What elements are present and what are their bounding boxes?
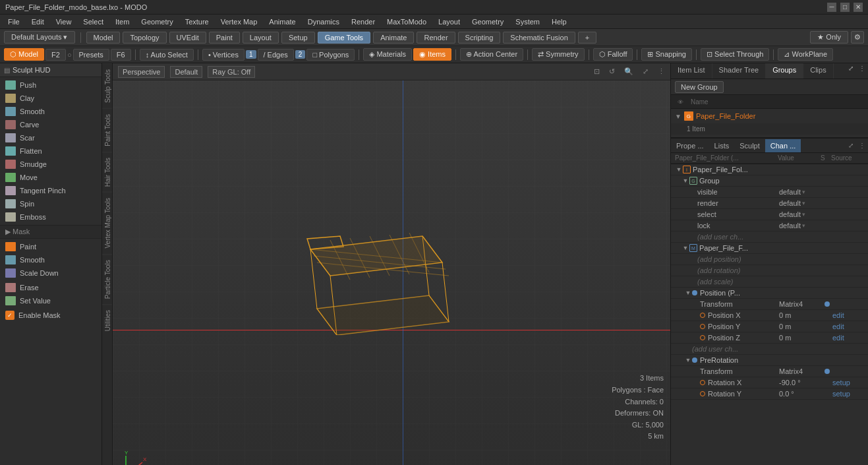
chan-tab-prope[interactable]: Prope ... [671, 139, 709, 152]
chan-item-mesh[interactable]: ▼ M Paper_File_F... [671, 243, 868, 254]
autoselect-btn[interactable]: ↕ Auto Select [140, 49, 194, 61]
star-only-btn[interactable]: ★ Only [810, 31, 848, 44]
menu-item[interactable]: Item [110, 16, 134, 27]
chan-item-prerot[interactable]: ▼ PreRotation [671, 355, 868, 366]
side-tab-vertex[interactable]: Vertex Map Tools [102, 192, 112, 254]
viewport-fit-btn[interactable]: ⊡ [594, 67, 600, 76]
mesh-expand[interactable]: ▼ [681, 245, 689, 251]
tool-move[interactable]: Move [0, 171, 101, 184]
menu-system[interactable]: System [510, 16, 545, 27]
mode-schematic[interactable]: Schematic Fusion [503, 32, 575, 44]
vertices-btn[interactable]: • Vertices [202, 49, 245, 61]
viewport-more-btn[interactable]: ⋮ [658, 67, 665, 76]
select-through-btn[interactable]: ⊡ Select Through [701, 48, 769, 61]
tool-emboss[interactable]: Emboss [0, 210, 101, 224]
chan-item-lock[interactable]: lock default ▾ [671, 220, 868, 232]
menu-vertex-map[interactable]: Vertex Map [216, 16, 263, 27]
side-tab-particle[interactable]: Particle Tools [102, 254, 112, 304]
menu-view[interactable]: View [51, 16, 77, 27]
viewport-shading[interactable]: Default [170, 66, 202, 78]
close-button[interactable]: ✕ [854, 3, 863, 12]
chan-tab-lists[interactable]: Lists [709, 139, 735, 152]
chan-item-add-rot[interactable]: (add rotation) [671, 265, 868, 276]
tool-push[interactable]: Push [0, 78, 101, 92]
mode-animate[interactable]: Animate [373, 32, 414, 44]
viewport[interactable]: Perspective Default Ray GL: Off ⊡ ↺ 🔍 ⤢ … [113, 63, 670, 465]
posx-source[interactable]: edit [832, 311, 865, 319]
tool-spin[interactable]: Spin [0, 197, 101, 210]
mode-uvedit[interactable]: UVEdit [169, 32, 206, 44]
chan-item-select[interactable]: select default ▾ [671, 209, 868, 220]
prerot-expand[interactable]: ▼ [684, 357, 692, 363]
materials-btn[interactable]: ◈ Materials [363, 48, 412, 61]
minimize-button[interactable]: ─ [827, 3, 836, 12]
chan-item-transform[interactable]: Transform Matrix4 [671, 299, 868, 310]
tool-tangent-pinch[interactable]: Tangent Pinch [0, 184, 101, 197]
chan-item-add-user2[interactable]: (add user ch... [671, 344, 868, 355]
viewport-perspective[interactable]: Perspective [118, 66, 165, 78]
viewport-rotate-btn[interactable]: ↺ [609, 67, 615, 76]
side-tab-hair[interactable]: Hair Tools [102, 152, 112, 192]
mask-paint[interactable]: Paint [0, 240, 101, 253]
mode-layout[interactable]: Layout [243, 32, 279, 44]
layout-settings-btn[interactable]: ⚙ [851, 31, 864, 44]
menu-help[interactable]: Help [546, 16, 572, 27]
viewport-search-btn[interactable]: 🔍 [624, 67, 633, 76]
tool-clay[interactable]: Clay [0, 92, 101, 105]
menu-render[interactable]: Render [346, 16, 380, 27]
polygons-btn[interactable]: □ Polygons [306, 49, 355, 61]
chan-item-rot-x[interactable]: Rotation X -90.0 ° setup [671, 377, 868, 388]
presets-btn[interactable]: Presets [73, 49, 109, 61]
side-tab-utilities[interactable]: Utilities [102, 304, 112, 336]
tool-smudge[interactable]: Smudge [0, 158, 101, 171]
menu-layout[interactable]: Layout [433, 16, 465, 27]
mask-scale-down[interactable]: Scale Down [0, 266, 101, 280]
new-group-button[interactable]: New Group [675, 81, 724, 93]
viewport-expand-btn[interactable]: ⤢ [643, 67, 649, 76]
chan-item-add-pos[interactable]: (add position) [671, 254, 868, 265]
action-center-btn[interactable]: ⊕ Action Center [460, 48, 523, 61]
default-layouts-btn[interactable]: Default Layouts ▾ [4, 31, 75, 44]
tool-flatten[interactable]: Flatten [0, 144, 101, 158]
f6-btn[interactable]: F6 [111, 49, 131, 61]
mask-smooth[interactable]: Smooth [0, 253, 101, 266]
menu-animate[interactable]: Animate [264, 16, 301, 27]
items-btn[interactable]: ◉ Items [413, 48, 451, 61]
mode-paint[interactable]: Paint [209, 32, 240, 44]
chan-item-add-user[interactable]: (add user ch... [671, 232, 868, 243]
pos-group-expand[interactable]: ▼ [684, 290, 692, 296]
f2-btn[interactable]: F2 [45, 49, 66, 61]
tool-set-value[interactable]: Set Value [0, 294, 101, 307]
edges-btn[interactable]: / Edges [258, 49, 294, 61]
root-expand[interactable]: ▼ [675, 166, 683, 173]
chan-tab-chan[interactable]: Chan ... [765, 139, 801, 152]
workplane-btn[interactable]: ⊿ WorkPlane [778, 48, 833, 61]
symmetry-btn[interactable]: ⇄ Symmetry [532, 48, 585, 61]
menu-edit[interactable]: Edit [26, 16, 49, 27]
posz-source[interactable]: edit [832, 334, 865, 342]
chan-expand-btn[interactable]: ⤢ [846, 142, 856, 149]
tool-erase[interactable]: Erase [0, 281, 101, 294]
group-expand[interactable]: ▼ [681, 177, 689, 184]
mode-topology[interactable]: Topology [123, 32, 166, 44]
group-expand-icon[interactable]: ▼ [675, 113, 681, 120]
chan-item-render[interactable]: render default ▾ [671, 198, 868, 209]
side-tab-paint[interactable]: Paint Tools [102, 108, 112, 152]
mode-render[interactable]: Render [417, 32, 455, 44]
chan-item-group[interactable]: ▼ G Group [671, 175, 868, 187]
tool-smooth[interactable]: Smooth [0, 105, 101, 118]
falloff-btn[interactable]: ⬡ Falloff [593, 48, 633, 61]
snapping-btn[interactable]: ⊞ Snapping [641, 48, 692, 61]
right-panel-expand-btn[interactable]: ⤢ [846, 63, 856, 78]
mode-game-tools[interactable]: Game Tools [318, 32, 371, 44]
menu-geometry2[interactable]: Geometry [467, 16, 509, 27]
posy-source[interactable]: edit [832, 323, 865, 330]
model-mode-btn[interactable]: ⬡ Model [4, 48, 44, 61]
menu-texture[interactable]: Texture [180, 16, 214, 27]
chan-tab-sculpt[interactable]: Sculpt [734, 139, 765, 152]
chan-item-pos-y[interactable]: Position Y 0 m edit [671, 321, 868, 332]
menu-select[interactable]: Select [78, 16, 109, 27]
tab-item-list[interactable]: Item List [671, 63, 712, 78]
chan-item-add-scale[interactable]: (add scale) [671, 276, 868, 288]
menu-geometry[interactable]: Geometry [136, 16, 178, 27]
